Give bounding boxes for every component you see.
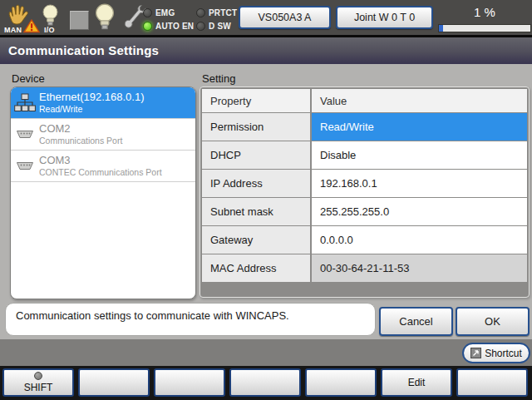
property-cell: Subnet mask xyxy=(202,198,310,225)
function-key-5[interactable] xyxy=(305,368,377,397)
top-status-bar: MAN I/O EMG AUTO EN xyxy=(0,0,532,37)
stop-square-icon xyxy=(70,11,89,30)
shift-led-icon xyxy=(34,372,42,380)
property-cell: MAC Address xyxy=(202,254,310,282)
d-sw-led xyxy=(196,22,205,31)
page-title: Communication Settings xyxy=(0,37,532,64)
value-cell[interactable]: 192.168.0.1 xyxy=(312,170,527,197)
indicator-emg: EMG xyxy=(143,8,175,17)
function-key-7[interactable] xyxy=(456,368,528,397)
help-message: Communication settings to communicate wi… xyxy=(5,303,376,336)
serial-port-icon xyxy=(11,130,39,139)
serial-port-icon xyxy=(11,161,39,170)
table-row: MAC Address 00-30-64-21-11-53 xyxy=(202,254,527,282)
robot-select-button[interactable]: VS050A3 A xyxy=(239,6,331,29)
emg-led xyxy=(143,8,152,17)
shortcut-button[interactable]: Shortcut xyxy=(462,343,530,363)
shortcut-label: Shortcut xyxy=(485,348,522,359)
teach-pendant-screen: MAN I/O EMG AUTO EN xyxy=(0,0,532,400)
ethernet-icon xyxy=(11,93,39,112)
property-cell: DHCP xyxy=(202,141,310,169)
value-cell[interactable]: 0.0.0.0 xyxy=(312,226,527,254)
device-item-com2[interactable]: COM2 Communications Port xyxy=(11,119,195,151)
ok-button[interactable]: OK xyxy=(456,307,530,336)
coordinate-mode-button[interactable]: Joint W 0 T 0 xyxy=(336,6,433,29)
indicator-prtct: PRTCT xyxy=(196,8,237,17)
speed-progress-bar xyxy=(438,24,531,32)
column-header-property: Property xyxy=(202,89,310,112)
title-bar: Communication Settings xyxy=(0,37,532,64)
function-key-bar: SHIFT Edit xyxy=(0,366,532,400)
indicator-auto-en: AUTO EN xyxy=(143,22,194,31)
manual-mode-label: MAN xyxy=(4,26,22,34)
prtct-led xyxy=(196,8,205,17)
io-lamp-icon xyxy=(42,4,59,27)
device-desc: Communications Port xyxy=(39,136,122,146)
speed-percentage: 1 % xyxy=(441,5,529,19)
property-cell: Gateway xyxy=(202,226,310,254)
setting-section-label: Setting xyxy=(202,72,235,85)
function-key-shift[interactable]: SHIFT xyxy=(2,368,74,397)
value-cell: 00-30-64-21-11-53 xyxy=(312,254,527,282)
io-label: I/O xyxy=(44,26,55,34)
value-cell[interactable]: 255.255.255.0 xyxy=(312,198,527,225)
function-key-2[interactable] xyxy=(78,368,150,397)
device-desc: Read/Write xyxy=(39,105,144,114)
device-item-com3[interactable]: COM3 CONTEC Communications Port xyxy=(11,151,195,182)
property-cell: IP Address xyxy=(202,170,310,197)
value-cell[interactable]: Read/Write xyxy=(312,113,527,141)
device-desc: CONTEC Communications Port xyxy=(39,168,162,177)
device-name: COM3 xyxy=(39,155,162,166)
setting-table: Property Value Permission Read/Write DHC… xyxy=(200,86,530,298)
bottom-band xyxy=(0,339,532,366)
cancel-button[interactable]: Cancel xyxy=(379,307,453,336)
table-row: DHCP Disable xyxy=(202,141,527,169)
value-cell[interactable]: Disable xyxy=(312,141,527,169)
lamp-icon xyxy=(94,3,116,31)
speed-progress-fill xyxy=(439,25,443,32)
auto-en-led xyxy=(143,22,152,31)
column-header-value: Value xyxy=(312,89,527,112)
device-section-label: Device xyxy=(12,72,45,85)
function-key-edit[interactable]: Edit xyxy=(381,368,452,397)
table-row: Subnet mask 255.255.255.0 xyxy=(202,198,527,225)
warning-icon xyxy=(23,19,40,33)
device-list: Ethernet(192.168.0.1) Read/Write COM2 Co… xyxy=(10,86,196,299)
function-key-4[interactable] xyxy=(229,368,301,397)
table-row: Permission Read/Write xyxy=(202,113,527,141)
table-row: IP Address 192.168.0.1 xyxy=(202,170,527,197)
shortcut-icon xyxy=(470,348,481,358)
property-cell: Permission xyxy=(202,113,310,141)
device-item-ethernet[interactable]: Ethernet(192.168.0.1) Read/Write xyxy=(11,87,195,119)
table-row: Gateway 0.0.0.0 xyxy=(202,226,527,254)
table-header-row: Property Value xyxy=(202,89,527,112)
indicator-d-sw: D SW xyxy=(196,22,231,31)
device-name: COM2 xyxy=(39,123,122,135)
function-key-3[interactable] xyxy=(154,368,225,397)
device-name: Ethernet(192.168.0.1) xyxy=(39,91,144,103)
